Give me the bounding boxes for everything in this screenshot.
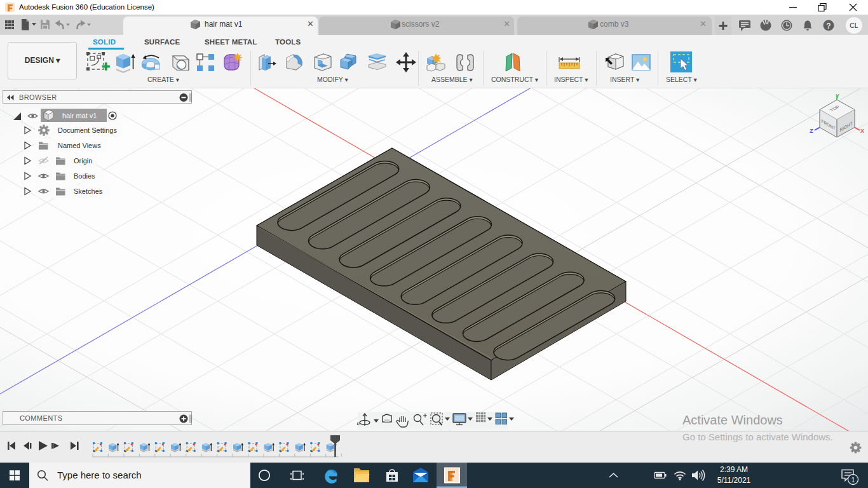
svg-text:Bodies: Bodies [74,172,95,180]
svg-text:1: 1 [851,476,855,484]
svg-text:Document Settings: Document Settings [58,126,117,134]
svg-text:Y: Y [836,93,839,99]
svg-text:Z: Z [810,128,813,134]
svg-text:Origin: Origin [74,157,92,165]
svg-text:?: ? [826,22,831,30]
svg-text:X: X [860,128,864,134]
svg-text:hair mat v1: hair mat v1 [62,112,97,119]
svg-text:Sketches: Sketches [74,187,103,195]
svg-text:Named Views: Named Views [58,142,101,149]
svg-text:CL: CL [850,22,858,29]
